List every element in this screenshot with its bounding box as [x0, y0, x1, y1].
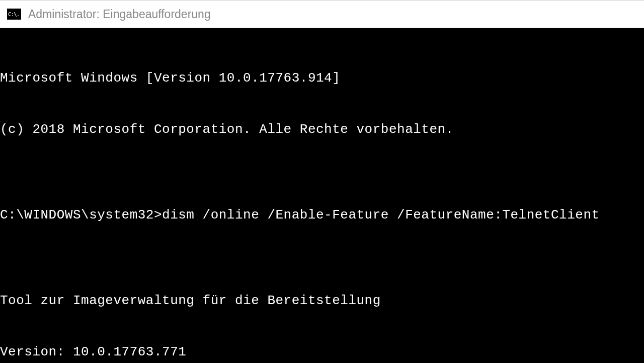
terminal-line: Version: 10.0.17763.771 — [0, 343, 644, 360]
terminal-line: C:\WINDOWS\system32>dism /online /Enable… — [0, 206, 644, 224]
terminal-line: (c) 2018 Microsoft Corporation. Alle Rec… — [0, 121, 644, 138]
terminal-line: Tool zur Imageverwaltung für die Bereits… — [0, 292, 644, 309]
terminal-output[interactable]: Microsoft Windows [Version 10.0.17763.91… — [0, 28, 644, 363]
terminal-line: Microsoft Windows [Version 10.0.17763.91… — [0, 69, 644, 87]
window-title: Administrator: Eingabeaufforderung — [28, 8, 211, 21]
window-titlebar[interactable]: C:\. Administrator: Eingabeaufforderung — [0, 0, 644, 28]
app-icon: C:\. — [7, 9, 21, 20]
app-icon-text: C:\. — [8, 11, 20, 18]
